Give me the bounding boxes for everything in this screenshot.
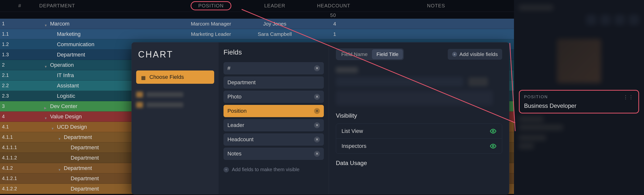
row-num: 2.3 <box>0 93 39 99</box>
plus-icon <box>224 167 229 172</box>
col-notes-header[interactable]: NOTES <box>358 3 514 9</box>
col-dept-header[interactable]: DEPARTMENT <box>39 3 182 9</box>
modal-left-panel: CHART Choose Fields <box>132 43 218 194</box>
field-pill-label: Leader <box>228 122 244 128</box>
chevron-icon[interactable] <box>44 104 48 109</box>
row-num: 2.1 <box>0 72 39 78</box>
svg-point-0 <box>492 130 494 132</box>
row-num: 4.1.2.1 <box>0 175 39 181</box>
table-header: # DEPARTMENT POSITION LEADER HEADCOUNT N… <box>0 0 514 12</box>
fields-title: Fields <box>224 48 324 56</box>
field-pill-label: # <box>228 65 230 72</box>
row-num: 4.1.2.2 <box>0 186 39 191</box>
field-pill-label: Department <box>228 79 256 86</box>
row-num: 1.1 <box>0 31 39 37</box>
row-head: 4 <box>309 21 358 27</box>
row-num: 4.1 <box>0 124 39 130</box>
field-pill-label: Position <box>228 108 246 114</box>
field-pill-label: Photo <box>228 94 242 100</box>
row-num: 1 <box>0 21 39 27</box>
vis-label-listview: List View <box>342 128 363 134</box>
row-num: 4.1.1.2 <box>0 155 39 161</box>
chevron-icon[interactable] <box>44 22 48 26</box>
field-pill-notes[interactable]: Notes <box>224 148 324 160</box>
visibility-row-listview[interactable]: List View <box>336 124 502 138</box>
field-pill-leader[interactable]: Leader <box>224 119 324 131</box>
add-fields-hint[interactable]: Add fields to make them visible <box>224 167 324 172</box>
field-pill-photo[interactable]: Photo <box>224 91 324 103</box>
chevron-icon[interactable] <box>58 135 62 139</box>
more-icon[interactable]: ⋮⋮ <box>623 94 634 100</box>
chevron-icon[interactable] <box>51 125 56 129</box>
eye-icon[interactable] <box>490 143 496 149</box>
fields-list-panel: Fields #DepartmentPhotoPositionLeaderHea… <box>218 43 329 194</box>
field-pill-department[interactable]: Department <box>224 76 324 89</box>
row-dept: Marketing <box>39 31 182 37</box>
visibility-title: Visibility <box>336 112 502 119</box>
row-leader: Joy Jones <box>240 21 309 27</box>
remove-icon[interactable] <box>314 136 320 142</box>
chevron-icon[interactable] <box>44 114 48 119</box>
svg-point-1 <box>492 145 494 147</box>
field-pill-position[interactable]: Position <box>224 105 324 117</box>
toggle-field-title[interactable]: Field Title <box>372 49 403 59</box>
add-fields-hint-label: Add fields to make them visible <box>232 167 300 172</box>
photo-placeholder <box>557 39 601 83</box>
blurred-options <box>136 92 214 108</box>
summary-row: 50 <box>0 12 514 19</box>
col-num-header[interactable]: # <box>0 3 39 9</box>
remove-icon[interactable] <box>314 94 320 100</box>
field-pill-label: Headcount <box>228 136 254 143</box>
position-highlight: POSITION <box>190 1 231 10</box>
remove-icon[interactable] <box>314 65 320 71</box>
table-row[interactable]: 1MarcomMarcom ManagerJoy Jones4 <box>0 19 514 29</box>
row-num: 1.2 <box>0 42 39 47</box>
table-area: # DEPARTMENT POSITION LEADER HEADCOUNT N… <box>0 0 514 195</box>
blurred-settings <box>336 67 502 105</box>
position-value[interactable]: Business Developer <box>524 102 634 109</box>
row-num: 3 <box>0 103 39 109</box>
row-num: 4.1.1 <box>0 134 39 140</box>
plus-icon <box>452 52 457 57</box>
inspector-sidebar: POSITION ⋮⋮ Business Developer <box>514 0 644 195</box>
col-head-header[interactable]: HEADCOUNT <box>309 3 358 9</box>
row-leader: Sara Campbell <box>240 31 309 37</box>
chart-title: CHART <box>136 49 214 60</box>
toggle-field-name[interactable]: Field Name <box>337 49 372 59</box>
row-num: 1.3 <box>0 52 39 58</box>
field-name-title-toggle[interactable]: Field Name Field Title <box>336 48 404 60</box>
row-num: 2.2 <box>0 83 39 88</box>
field-pill-headcount[interactable]: Headcount <box>224 133 324 146</box>
field-settings-panel: Field Name Field Title Add visible field… <box>329 43 509 194</box>
position-field-highlight: POSITION ⋮⋮ Business Developer <box>519 90 639 113</box>
field-pill-label: Notes <box>228 150 242 157</box>
col-pos-header[interactable]: POSITION <box>182 1 240 10</box>
fields-icon <box>141 74 146 80</box>
choose-fields-label: Choose Fields <box>150 74 184 80</box>
data-usage-title: Data Usage <box>336 160 502 166</box>
position-label: POSITION <box>524 95 548 99</box>
choose-fields-button[interactable]: Choose Fields <box>136 71 214 84</box>
chevron-icon[interactable] <box>58 166 62 170</box>
col-leader-header[interactable]: LEADER <box>240 3 309 9</box>
row-pos: Marcom Manager <box>182 21 240 27</box>
chevron-icon[interactable] <box>44 63 48 67</box>
add-visible-fields-button[interactable]: Add visible fields <box>448 49 502 60</box>
row-num: 4.1.2 <box>0 165 39 171</box>
add-visible-label: Add visible fields <box>460 51 498 57</box>
table-row[interactable]: 1.1MarketingMarketing LeaderSara Campbel… <box>0 29 514 39</box>
row-dept: Marcom <box>39 21 182 27</box>
row-num: 4 <box>0 114 39 119</box>
remove-icon[interactable] <box>314 151 320 157</box>
row-num: 2 <box>0 62 39 68</box>
field-pill-[interactable]: # <box>224 62 324 74</box>
row-pos: Marketing Leader <box>182 31 240 37</box>
eye-icon[interactable] <box>490 128 496 135</box>
row-head: 1 <box>309 31 358 37</box>
chart-modal: CHART Choose Fields Fields #DepartmentPh… <box>132 42 509 194</box>
remove-icon[interactable] <box>314 122 320 128</box>
summary-head: 50 <box>309 13 358 18</box>
visibility-row-inspectors[interactable]: Inspectors <box>336 138 502 153</box>
row-num: 4.1.1.1 <box>0 145 39 150</box>
remove-icon[interactable] <box>314 108 320 114</box>
